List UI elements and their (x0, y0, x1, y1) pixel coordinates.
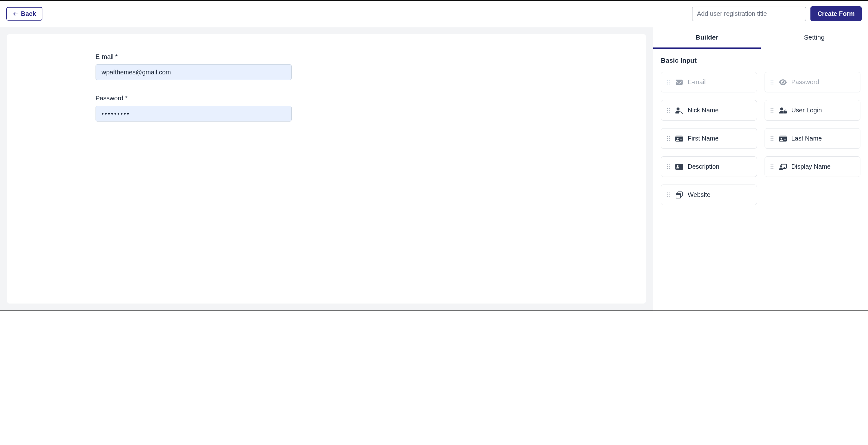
drag-handle-icon (667, 108, 671, 113)
topbar-right: Create Form (692, 6, 862, 21)
envelope-icon (675, 79, 683, 86)
input-card-label: User Login (792, 107, 855, 114)
drag-handle-icon (667, 136, 671, 141)
canvas-wrap: E-mail * Password * (0, 27, 653, 310)
input-card-label: Display Name (792, 163, 855, 170)
drag-handle-icon (771, 164, 774, 169)
tab-builder[interactable]: Builder (653, 27, 761, 49)
email-input[interactable] (96, 64, 292, 80)
sidebar: Builder Setting Basic Input E-mail Passw… (653, 27, 868, 310)
input-card-displayname[interactable]: Display Name (765, 156, 861, 177)
user-lock-icon (779, 107, 787, 114)
topbar: Back Create Form (0, 1, 868, 27)
input-card-label: Description (688, 163, 751, 170)
input-card-description[interactable]: Description (661, 156, 757, 177)
input-card-label: First Name (688, 135, 751, 142)
input-card-website[interactable]: Website (661, 184, 757, 205)
input-card-label: Last Name (792, 135, 855, 142)
builder-panel: Basic Input E-mail Password Nick Name (653, 49, 868, 213)
input-card-label: Password (792, 79, 855, 86)
input-card-label: Nick Name (688, 107, 751, 114)
password-label: Password * (96, 95, 557, 102)
eye-icon (779, 79, 787, 86)
panel-title: Basic Input (661, 57, 860, 64)
create-form-button[interactable]: Create Form (810, 6, 862, 21)
input-card-label: E-mail (688, 79, 751, 86)
form-field-email[interactable]: E-mail * (96, 53, 557, 80)
id-card-icon (675, 135, 683, 142)
back-button[interactable]: Back (6, 7, 42, 21)
main: E-mail * Password * Builder Setting Basi… (0, 27, 868, 310)
arrow-left-icon (13, 11, 18, 17)
drag-handle-icon (667, 80, 671, 85)
input-card-password: Password (765, 72, 861, 92)
tabs: Builder Setting (653, 27, 868, 49)
input-grid: E-mail Password Nick Name User Login (661, 72, 860, 205)
input-card-label: Website (688, 191, 751, 199)
address-card-icon (675, 163, 683, 170)
form-canvas[interactable]: E-mail * Password * (7, 34, 646, 303)
form-field-password[interactable]: Password * (96, 95, 557, 122)
input-card-lastname[interactable]: Last Name (765, 128, 861, 149)
back-button-label: Back (21, 10, 36, 18)
user-tag-icon (675, 107, 683, 114)
password-input[interactable] (96, 106, 292, 122)
tab-setting[interactable]: Setting (761, 27, 868, 49)
form-title-input[interactable] (692, 7, 806, 21)
chalkboard-user-icon (779, 163, 787, 170)
drag-handle-icon (771, 108, 774, 113)
input-card-userlogin[interactable]: User Login (765, 100, 861, 121)
drag-handle-icon (667, 164, 671, 169)
id-card-icon (779, 135, 787, 142)
input-card-nickname[interactable]: Nick Name (661, 100, 757, 121)
drag-handle-icon (771, 80, 774, 85)
drag-handle-icon (771, 136, 774, 141)
window-icon (675, 191, 683, 199)
drag-handle-icon (667, 192, 671, 197)
input-card-firstname[interactable]: First Name (661, 128, 757, 149)
input-card-email: E-mail (661, 72, 757, 92)
email-label: E-mail * (96, 53, 557, 60)
